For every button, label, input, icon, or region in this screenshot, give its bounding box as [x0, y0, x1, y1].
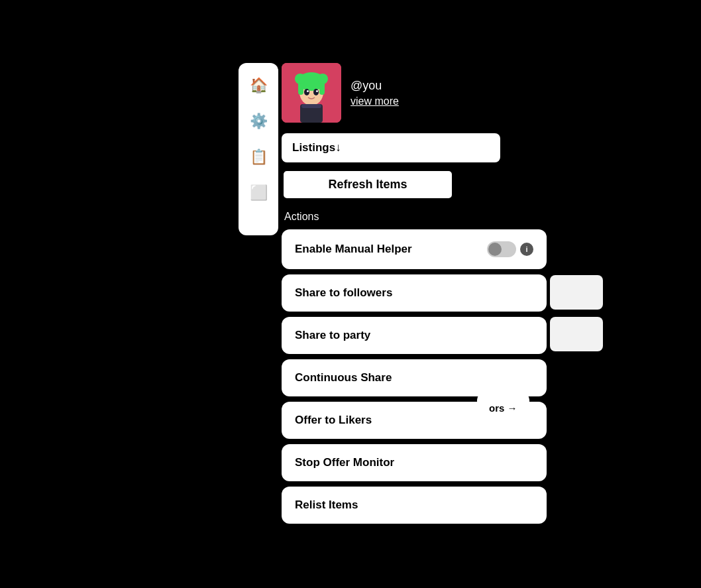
toggle-container: i [487, 241, 533, 257]
share-to-followers-label: Share to followers [295, 286, 392, 300]
enable-manual-helper-label: Enable Manual Helper [295, 243, 412, 256]
continuous-share-button[interactable]: Continuous Share [282, 359, 547, 396]
avatar [282, 63, 341, 123]
svg-rect-13 [301, 104, 321, 108]
relist-items-button[interactable]: Relist Items [282, 487, 547, 524]
user-profile: @you view more [282, 63, 692, 123]
share-to-party-label: Share to party [295, 329, 370, 342]
stop-offer-monitor-label: Stop Offer Monitor [295, 456, 394, 469]
share-to-party-button[interactable]: Share to party [282, 317, 547, 354]
actions-label: Actions [284, 211, 692, 223]
svg-point-10 [313, 89, 319, 95]
enable-manual-helper-button[interactable]: Enable Manual Helper i [282, 229, 547, 269]
svg-point-11 [307, 90, 309, 92]
stop-offer-monitor-button[interactable]: Stop Offer Monitor [282, 444, 547, 481]
arrow-button[interactable]: ors → [477, 393, 529, 423]
view-more-link[interactable]: view more [350, 95, 399, 107]
toggle-info-icon[interactable]: i [520, 243, 533, 256]
share-to-followers-button[interactable]: Share to followers [282, 274, 547, 312]
user-handle: @you [350, 79, 399, 93]
listings-dropdown[interactable]: Listings↓ [282, 133, 500, 162]
enable-manual-helper-toggle[interactable] [487, 241, 516, 257]
svg-point-9 [304, 89, 309, 95]
sidebar: 🏠 ⚙️ 📋 ⬜ [239, 63, 278, 235]
home-icon[interactable]: 🏠 [244, 71, 273, 100]
user-info: @you view more [350, 79, 399, 107]
relist-items-label: Relist Items [295, 499, 358, 512]
clipboard-icon[interactable]: 📋 [244, 143, 273, 172]
svg-point-7 [295, 74, 305, 84]
listings-label: Listings↓ [292, 141, 341, 154]
offer-to-likers-label: Offer to Likers [295, 414, 372, 427]
continuous-share-label: Continuous Share [295, 371, 392, 384]
svg-point-8 [317, 74, 328, 84]
main-content: @you view more Listings↓ Refresh Items A… [282, 63, 692, 529]
settings-icon[interactable]: ⚙️ [244, 107, 273, 136]
partial-button-1 [550, 275, 603, 310]
refresh-items-button[interactable]: Refresh Items [282, 169, 454, 200]
partial-button-2 [550, 317, 603, 351]
svg-point-12 [316, 90, 318, 92]
page-icon[interactable]: ⬜ [244, 178, 273, 207]
